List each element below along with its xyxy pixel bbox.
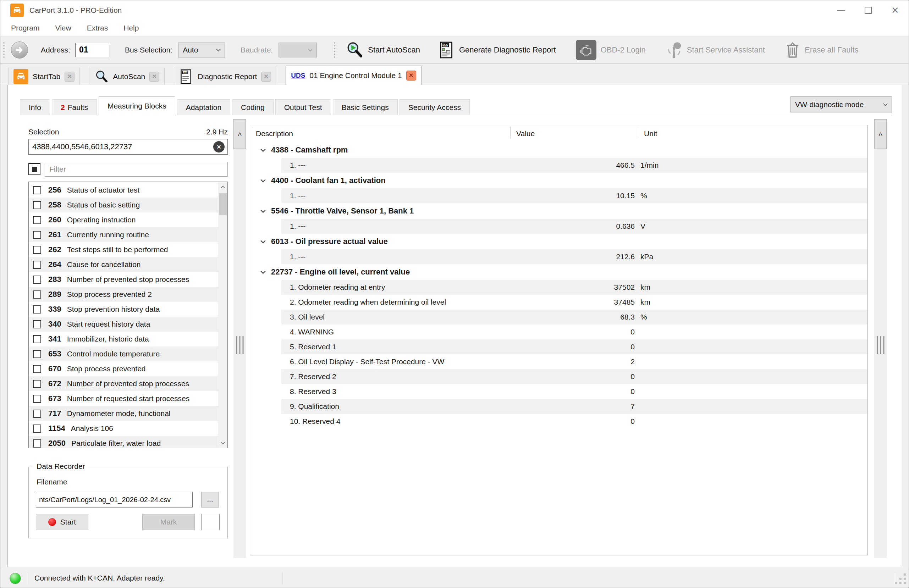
checkbox[interactable] — [33, 276, 41, 284]
subtab-adaptation[interactable]: Adaptation — [177, 99, 230, 115]
list-item[interactable]: 339 Stop prevention history data — [29, 302, 218, 317]
menu-extras[interactable]: Extras — [87, 24, 108, 32]
checkbox[interactable] — [33, 365, 41, 373]
resize-grip[interactable] — [895, 573, 906, 584]
chevron-down-icon[interactable] — [260, 148, 266, 152]
left-splitter[interactable]: < — [233, 119, 246, 558]
close-button[interactable]: ✕ — [882, 0, 909, 20]
list-item[interactable]: 258 Status of basic setting — [29, 197, 218, 212]
menu-view[interactable]: View — [55, 24, 71, 32]
splitter-grip[interactable] — [877, 336, 884, 354]
list-item[interactable]: 2050 Particulate filter, water load — [29, 436, 218, 448]
checkbox[interactable] — [33, 320, 41, 328]
subtab-coding[interactable]: Coding — [232, 99, 273, 115]
connect-button[interactable] — [11, 42, 28, 58]
checkbox[interactable] — [33, 335, 41, 343]
list-scrollbar[interactable] — [218, 182, 227, 448]
tab-close-icon[interactable]: ✕ — [65, 72, 74, 82]
column-description[interactable]: Description — [250, 125, 511, 142]
generate-report-button[interactable]: OBD Generate Diagnostic Report — [438, 41, 556, 59]
subtab-basic-settings[interactable]: Basic Settings — [333, 99, 398, 115]
checkbox[interactable] — [33, 305, 41, 313]
filter-input[interactable] — [45, 162, 228, 177]
checkbox[interactable] — [33, 261, 41, 269]
filter-toggle-button[interactable] — [28, 163, 40, 175]
list-item[interactable]: 260 Operating instruction — [29, 212, 218, 227]
chevron-down-icon[interactable] — [260, 209, 266, 213]
row-description: 1. --- — [281, 192, 532, 200]
subtab-output-test[interactable]: Output Test — [275, 99, 331, 115]
toolbar-gripper[interactable] — [3, 42, 5, 58]
checkbox[interactable] — [33, 425, 41, 433]
subtab-security-access[interactable]: Security Access — [400, 99, 470, 115]
splitter-grip[interactable] — [236, 336, 243, 354]
menu-program[interactable]: Program — [11, 24, 40, 32]
tab-diagnostic-report[interactable]: OBD Diagnostic Report ✕ — [174, 68, 277, 85]
checkbox[interactable] — [33, 291, 41, 299]
bus-selection-dropdown[interactable]: Auto — [178, 42, 225, 57]
checkbox[interactable] — [33, 439, 41, 447]
list-item[interactable]: 256 Status of actuator test — [29, 183, 218, 197]
address-input[interactable] — [75, 43, 109, 57]
tab-autoscan[interactable]: AutoScan ✕ — [89, 68, 165, 85]
start-autoscan-button[interactable]: Start AutoScan — [345, 41, 420, 59]
scroll-down-icon[interactable] — [218, 438, 227, 448]
checkbox[interactable] — [33, 380, 41, 388]
checkbox[interactable] — [33, 395, 41, 403]
tab-close-icon[interactable]: ✕ — [149, 72, 159, 82]
list-item[interactable]: 340 Start request history data — [29, 317, 218, 331]
chevron-down-icon[interactable] — [260, 240, 266, 244]
tab-engine-control-module[interactable]: UDS 01 Engine Control Module 1 ✕ — [286, 66, 421, 85]
collapse-left-button[interactable]: < — [233, 119, 246, 149]
column-unit[interactable]: Unit — [638, 125, 867, 142]
collapse-right-button[interactable]: < — [874, 119, 886, 149]
checkbox[interactable] — [33, 201, 41, 209]
checkbox[interactable] — [33, 350, 41, 358]
minimize-button[interactable] — [828, 0, 855, 20]
table-group-header[interactable]: 4400 - Coolant fan 1, activation — [250, 173, 867, 188]
right-splitter[interactable]: < — [874, 119, 886, 558]
checkbox[interactable] — [33, 186, 41, 194]
list-item[interactable]: 670 Stop process prevented — [29, 361, 218, 376]
chevron-down-icon[interactable] — [260, 179, 266, 183]
toolbar-gripper[interactable] — [333, 42, 336, 58]
subtab-measuring-blocks[interactable]: Measuring Blocks — [99, 97, 175, 115]
list-item[interactable]: 341 Immobilizer, historic data — [29, 331, 218, 346]
list-item[interactable]: 283 Number of prevented stop processes — [29, 272, 218, 287]
scroll-up-icon[interactable] — [218, 182, 227, 192]
chevron-down-icon[interactable] — [260, 270, 266, 274]
tab-starttab[interactable]: StartTab ✕ — [8, 68, 80, 85]
column-value[interactable]: Value — [511, 125, 638, 142]
selection-input[interactable] — [32, 142, 213, 152]
list-item[interactable]: 289 Stop process prevented 2 — [29, 287, 218, 302]
menu-help[interactable]: Help — [123, 24, 139, 32]
table-group-header[interactable]: 4388 - Camshaft rpm — [250, 142, 867, 158]
list-item[interactable]: 264 Cause for cancellation — [29, 257, 218, 272]
table-group-header[interactable]: 5546 - Throttle Valve, Sensor 1, Bank 1 — [250, 203, 867, 219]
table-group-header[interactable]: 22737 - Engine oil level, current value — [250, 264, 867, 280]
table-group-header[interactable]: 6013 - Oil pressure actual value — [250, 234, 867, 249]
diagnostic-mode-dropdown[interactable]: VW-diagnostic mode — [791, 97, 892, 112]
list-item[interactable]: 262 Test steps still to be performed — [29, 242, 218, 257]
tab-close-icon[interactable]: ✕ — [406, 71, 416, 81]
checkbox[interactable] — [33, 216, 41, 224]
list-item[interactable]: 717 Dynamometer mode, functional — [29, 406, 218, 421]
filename-input[interactable] — [36, 492, 192, 507]
mark-count-box[interactable] — [201, 514, 220, 530]
list-item[interactable]: 261 Currently running routine — [29, 227, 218, 242]
subtab-faults[interactable]: 2 Faults — [52, 99, 97, 115]
subtab-info[interactable]: Info — [20, 99, 50, 115]
checkbox[interactable] — [33, 246, 41, 254]
browse-button[interactable]: ... — [201, 492, 219, 507]
list-item[interactable]: 673 Number of requested start processes — [29, 391, 218, 406]
list-item[interactable]: 672 Number of prevented stop processes — [29, 376, 218, 391]
scrollbar-thumb[interactable] — [219, 193, 227, 215]
checkbox[interactable] — [33, 231, 41, 239]
checkbox[interactable] — [33, 410, 41, 418]
clear-selection-button[interactable]: ✕ — [213, 141, 225, 152]
maximize-button[interactable] — [855, 0, 882, 20]
list-item[interactable]: 1154 Analysis 106 — [29, 421, 218, 436]
record-start-button[interactable]: Start — [36, 514, 88, 530]
tab-close-icon[interactable]: ✕ — [261, 72, 271, 82]
list-item[interactable]: 653 Control module temperature — [29, 346, 218, 361]
